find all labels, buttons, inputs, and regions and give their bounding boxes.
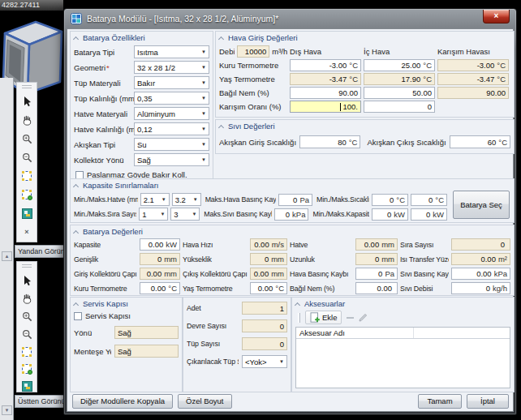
batarya-tipi-dropdown[interactable]: Isıtma bbox=[134, 45, 209, 58]
value-field: 0mm bbox=[140, 253, 180, 265]
hatve-materyali-dropdown[interactable]: Alüminyum bbox=[134, 107, 209, 120]
collapse-icon[interactable] bbox=[73, 229, 79, 235]
scroll-up-icon[interactable]: ▲ bbox=[2, 251, 12, 261]
diger-modullere-kopyala-button[interactable]: Diğer Modüllere Kopyala bbox=[72, 394, 173, 409]
air-value-field[interactable]: 90.00 bbox=[290, 87, 361, 99]
sicaklik-min-field[interactable]: 0°C bbox=[372, 194, 408, 206]
edit-accessory-icon[interactable] bbox=[359, 313, 368, 322]
air-value-field: -3.47°C bbox=[290, 73, 361, 85]
toolbar-grip[interactable] bbox=[22, 264, 32, 268]
viewport-close-icon[interactable] bbox=[21, 226, 32, 238]
pan-hand-icon[interactable] bbox=[21, 294, 32, 304]
zoom-out-icon[interactable] bbox=[21, 329, 32, 340]
collapse-icon[interactable] bbox=[73, 302, 79, 307]
akiskan-tipi-dropdown[interactable]: Su bbox=[134, 138, 209, 151]
value-field: 0.00m² bbox=[451, 253, 510, 265]
field-label: Sıvı Basınç Kaybı bbox=[400, 270, 449, 278]
maks-hava-basinc-field[interactable]: 0Pa bbox=[278, 194, 312, 206]
kollektor-yonu-dropdown[interactable]: Sağ bbox=[134, 153, 209, 166]
zoom-in-icon[interactable] bbox=[21, 133, 32, 144]
zoom-window-icon[interactable] bbox=[21, 347, 32, 357]
collapse-icon[interactable] bbox=[73, 36, 79, 41]
collapse-icon[interactable] bbox=[218, 36, 224, 41]
air-value-field[interactable]: 25.00°C bbox=[364, 59, 435, 71]
zoom-in-icon[interactable] bbox=[21, 311, 32, 322]
field-label: Adet bbox=[187, 304, 239, 312]
sicaklik-max-field[interactable]: 0°C bbox=[411, 194, 447, 206]
batarya-sec-button[interactable]: Batarya Seç bbox=[453, 191, 510, 219]
iptal-button[interactable]: İptal bbox=[467, 394, 509, 409]
viewport-toolbar-top bbox=[16, 261, 37, 392]
kapasite-min-field[interactable]: 0kW bbox=[372, 208, 408, 221]
karisim-orani-input[interactable]: 100. bbox=[290, 101, 361, 113]
value-field[interactable]: 0.00 bbox=[355, 282, 398, 294]
value-field[interactable]: 0.00kW bbox=[140, 238, 180, 251]
field-label: Batarya Tipi bbox=[74, 48, 134, 57]
air-value-field[interactable]: 0 bbox=[364, 101, 435, 113]
zoom-window-icon[interactable] bbox=[21, 170, 32, 182]
yonu-field: Sağ bbox=[114, 326, 179, 339]
collapse-icon[interactable] bbox=[295, 302, 300, 307]
value-field[interactable]: 0.00kPa bbox=[451, 268, 510, 280]
akiskan-cikis-field[interactable]: 60°C bbox=[450, 135, 510, 148]
field-label: Akışkan Giriş Sıcaklığı bbox=[219, 138, 296, 147]
column-header: Dış Hava bbox=[290, 47, 361, 56]
tup-sayisi-field: 0 bbox=[242, 337, 287, 350]
capacity-limits-panel: Kapasite Sınırlamaları Min./Maks.Hatve (… bbox=[70, 178, 515, 223]
value-field[interactable]: 0kg/h bbox=[451, 282, 510, 294]
ozel-boyut-button[interactable]: Özel Boyut bbox=[178, 394, 231, 409]
accessories-list[interactable] bbox=[296, 339, 510, 388]
text-cursor bbox=[340, 103, 341, 111]
value-field: 0.00mm bbox=[355, 238, 398, 251]
zoom-extents-icon[interactable] bbox=[21, 364, 32, 374]
cikarilacak-tup-dropdown[interactable]: <Yok> bbox=[242, 355, 287, 368]
servis-kapisi-checkbox[interactable] bbox=[74, 312, 82, 320]
value-field: 0mm bbox=[250, 253, 287, 265]
air-value-field[interactable]: -3.00°C bbox=[290, 59, 361, 71]
section-title: Servis Kapısı bbox=[83, 299, 128, 308]
render-mode-icon[interactable] bbox=[21, 381, 32, 392]
hatve-kalinligi-dropdown[interactable]: 0,12 bbox=[134, 122, 209, 135]
paslanmaz-checkbox[interactable] bbox=[75, 171, 84, 179]
column-header: Karışım Havası bbox=[437, 47, 509, 56]
sira-max-dropdown[interactable]: 3 bbox=[170, 208, 200, 221]
dialog-titlebar[interactable]: Batarya Modülü - [Isıtma, 32 x 28 1/2, A… bbox=[64, 9, 516, 28]
toolbar-grip[interactable] bbox=[298, 313, 300, 323]
air-value-field[interactable]: 50.00 bbox=[364, 87, 435, 99]
kapasite-max-field[interactable]: 0kW bbox=[411, 208, 447, 221]
toolbar-grip[interactable] bbox=[22, 85, 32, 88]
accessories-table-header[interactable]: Aksesuar Adı bbox=[296, 328, 510, 339]
value-field: 0.00m/s bbox=[250, 238, 287, 251]
tup-materyali-dropdown[interactable]: Bakır bbox=[134, 76, 209, 89]
pan-hand-icon[interactable] bbox=[21, 114, 32, 126]
tamam-button[interactable]: Tamam bbox=[418, 394, 462, 409]
zoom-out-icon[interactable] bbox=[21, 152, 32, 163]
value-field[interactable]: 0.00°C bbox=[250, 282, 287, 294]
collapse-icon[interactable] bbox=[218, 124, 224, 130]
close-button[interactable] bbox=[483, 10, 510, 24]
section-title: Batarya Değerleri bbox=[83, 227, 143, 236]
background-scrollbar[interactable] bbox=[0, 78, 14, 420]
akiskan-giris-field[interactable]: 80°C bbox=[299, 135, 360, 148]
render-mode-icon[interactable] bbox=[21, 208, 32, 219]
zoom-extents-icon[interactable] bbox=[21, 189, 32, 200]
field-label: Çıkarılacak Tüp Sayısı bbox=[187, 358, 239, 366]
value-field[interactable]: 0.00°C bbox=[140, 282, 180, 294]
select-cursor-icon[interactable] bbox=[21, 96, 32, 107]
column-header[interactable]: Aksesuar Adı bbox=[296, 328, 414, 338]
hatve-min-dropdown[interactable]: 2.1 bbox=[140, 193, 170, 206]
scroll-down-icon[interactable]: ▼ bbox=[2, 405, 12, 415]
maks-sivi-basinc-field[interactable]: 0kPa bbox=[274, 208, 308, 221]
ekle-button[interactable]: Ekle bbox=[305, 311, 342, 324]
select-cursor-icon[interactable] bbox=[21, 275, 32, 286]
tup-kalinligi-dropdown[interactable]: 0,35 bbox=[134, 92, 209, 105]
sira-min-dropdown[interactable]: 1 bbox=[139, 208, 168, 221]
field-label: Hatve Materyali bbox=[74, 109, 134, 118]
remove-accessory-icon[interactable] bbox=[347, 317, 354, 319]
hatve-max-dropdown[interactable]: 3.2 bbox=[172, 193, 201, 206]
unit-label: m³/h bbox=[272, 47, 287, 56]
collapse-icon[interactable] bbox=[73, 183, 79, 189]
field-label: Maks.Hava Basınç Kaybı bbox=[205, 195, 276, 204]
geometri-dropdown[interactable]: 32 x 28 1/2 bbox=[134, 61, 209, 74]
value-field[interactable]: 0Pa bbox=[355, 268, 398, 280]
